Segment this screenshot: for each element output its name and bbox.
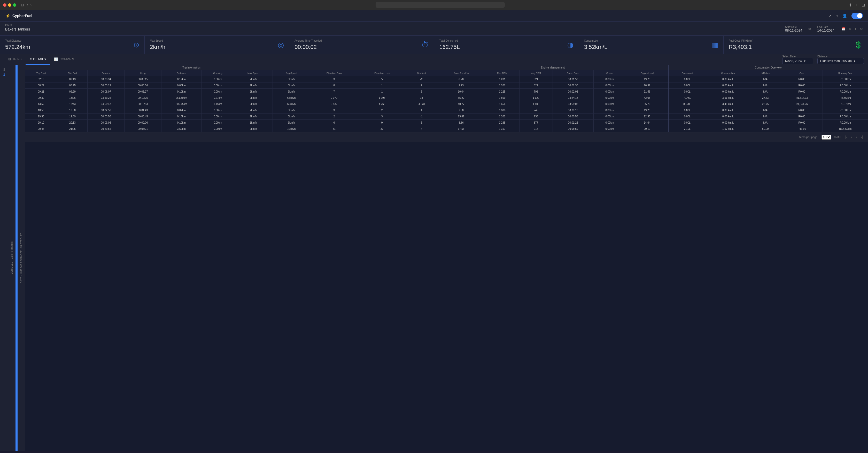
start-date-value: 08-11-2024 — [785, 28, 802, 32]
user-icon[interactable]: 👤 — [842, 13, 847, 18]
home-icon[interactable]: ⌂ — [835, 13, 838, 18]
logo-icon: ⚡ — [5, 13, 10, 18]
cell-1-6: 2km/h — [234, 83, 273, 89]
data-table-container[interactable]: Trip Information Engine Management Consu… — [25, 65, 868, 451]
cell-4-7: 66km/h — [273, 101, 310, 107]
maximize-button[interactable] — [13, 3, 16, 7]
table-row[interactable]: 09:2109:2900:08:0700:05:270.10km0.00km2k… — [25, 89, 868, 95]
table-row[interactable]: 18:5518:5800:02:5800:01:430.07km0.00km2k… — [25, 107, 868, 114]
browser-chrome: ⊟ ‹ › ⬆ + ⊡ — [0, 0, 868, 10]
col-running-cost: Running Cost — [823, 70, 868, 76]
table-row[interactable]: 08:2208:2500:03:2200:00:560.08km0.00km2k… — [25, 83, 868, 89]
new-tab-icon[interactable]: + — [856, 3, 858, 7]
cell-7-0: 20:10 — [25, 120, 57, 126]
cell-6-14: 00:00:58 — [553, 114, 593, 120]
table-row[interactable]: 20:4321:0500:21:5600:03:213.50km0.00km2k… — [25, 126, 868, 132]
sidebar-toggle-icon[interactable]: ⊟ — [21, 3, 24, 7]
cell-5-13: 745 — [520, 107, 553, 114]
cell-7-10: 6 — [406, 120, 437, 126]
cell-1-10: 7 — [406, 83, 437, 89]
cell-3-12: 1 509 — [485, 95, 519, 101]
metric-value-2: 00:00:02 — [294, 44, 322, 50]
col-engine-load: Engine Load — [626, 70, 669, 76]
calendar-icon[interactable]: 📅 — [842, 27, 845, 31]
col-gradient: Gradient — [406, 70, 437, 76]
table-row[interactable]: 13:5218:4304:50:4700:10:53306.75km1.15km… — [25, 101, 868, 107]
cell-7-12: 1 235 — [485, 120, 519, 126]
select-date-picker[interactable]: Nov 8, 2024 ▾ — [782, 58, 813, 64]
next-page-btn[interactable]: › — [855, 135, 858, 140]
cell-5-3: 00:01:43 — [125, 107, 161, 114]
distance-picker[interactable]: Hide less than 0.05 km ▾ — [817, 58, 864, 64]
cell-8-14: 00:05:59 — [553, 126, 593, 132]
col-elev-gain: Elevation Gain — [310, 70, 358, 76]
metric-card-4: Consumption 3.52km/L ▦ — [579, 36, 723, 54]
cell-0-9: 5 — [358, 76, 406, 83]
cell-2-8: 7 — [310, 89, 358, 95]
col-duration: Duration — [88, 70, 125, 76]
cell-2-15: 0.00km — [593, 89, 626, 95]
arrow-down-icon[interactable]: ⬇ — [3, 67, 6, 72]
cell-3-17: 72.45L — [668, 95, 706, 101]
browser-actions: ⬆ + ⊡ — [848, 3, 865, 7]
back-icon[interactable]: ‹ — [27, 3, 28, 7]
cell-1-12: 1 201 — [485, 83, 519, 89]
theme-toggle[interactable] — [851, 13, 863, 19]
table-row[interactable]: 09:3213:2603:53:2600:12:25261.30km0.27km… — [25, 95, 868, 101]
first-page-btn[interactable]: |‹ — [844, 135, 848, 140]
cell-2-18: 0.00 km/L — [706, 89, 750, 95]
cell-3-4: 261.30km — [161, 95, 202, 101]
cell-7-7: 3km/h — [273, 120, 310, 126]
windows-icon[interactable]: ⊡ — [862, 3, 865, 7]
cell-1-4: 0.08km — [161, 83, 202, 89]
share-icon[interactable]: ⬆ — [848, 3, 852, 7]
distance-text: Hide less than 0.05 km — [820, 59, 852, 63]
chevron-down-icon-2: ▾ — [854, 59, 855, 63]
cell-2-17: 0.00L — [668, 89, 706, 95]
cell-0-21: R0.00/km — [823, 76, 868, 83]
download-icon[interactable]: ⬇ — [854, 27, 857, 31]
col-trip-start: Trip Start — [25, 70, 57, 76]
cell-8-5: 0.00km — [202, 126, 234, 132]
address-bar[interactable] — [376, 2, 505, 8]
cell-7-1: 20:13 — [57, 120, 88, 126]
cell-4-16: 35.70 — [626, 101, 669, 107]
cell-5-5: 0.00km — [202, 107, 234, 114]
last-page-btn[interactable]: ›| — [860, 135, 864, 140]
blue-accent-bar — [16, 65, 18, 451]
table-row[interactable]: 02:1002:1300:03:3400:00:150.12km0.00km2k… — [25, 76, 868, 83]
tab-details[interactable]: ≡ DETAILS — [26, 54, 50, 65]
prev-page-btn[interactable]: ‹ — [850, 135, 853, 140]
page-count: 0 of 0 — [834, 136, 841, 139]
cell-8-18: 1.67 km/L — [706, 126, 750, 132]
cell-4-21: R6.07/km — [823, 101, 868, 107]
items-per-page-select[interactable]: 10 25 50 — [822, 135, 831, 140]
cell-4-20: R1,844.26 — [781, 101, 823, 107]
metric-icon-3: ◑ — [567, 40, 574, 49]
client-bar: Client Bakers Tankers Start Date 08-11-2… — [0, 22, 868, 36]
settings-icon[interactable]: ⚙ — [860, 27, 863, 31]
tab-compare[interactable]: 📊 COMPARE — [50, 54, 79, 65]
table-row[interactable]: 19:3519:3900:03:5000:00:450.16km0.00km2k… — [25, 114, 868, 120]
cell-0-17: 0.00L — [668, 76, 706, 83]
header-right: ↗ ⌂ 👤 — [828, 13, 863, 19]
forward-icon[interactable]: › — [30, 3, 32, 7]
vehicles-label: VEHICLES - Bakers Tankers — [10, 242, 13, 274]
cell-4-10: -1 631 — [406, 101, 437, 107]
metric-card-5: Fuel Cost (R5.95/km) R3,403.1 💲 — [723, 36, 868, 54]
cell-8-15: 0.00km — [593, 126, 626, 132]
cell-7-3: 00:00:00 — [125, 120, 161, 126]
col-max-rpm: Max RPM — [485, 70, 519, 76]
minimize-button[interactable] — [8, 3, 11, 7]
refresh-icon[interactable]: ↻ — [848, 27, 851, 31]
share-header-icon[interactable]: ↗ — [828, 13, 831, 18]
cell-8-8: 41 — [310, 126, 358, 132]
close-button[interactable] — [3, 3, 6, 7]
cell-4-8: 3 132 — [310, 101, 358, 107]
table-row[interactable]: 20:1020:1300:03:0500:00:000.10km0.00km1k… — [25, 120, 868, 126]
tab-trips[interactable]: ⊟ TRIPS — [4, 54, 26, 65]
arrow-down-icon-2[interactable]: ⬇ — [3, 73, 6, 77]
metric-label-1: Max Speed — [150, 39, 165, 42]
metric-label-0: Total Distance — [5, 39, 30, 42]
cell-8-6: 2km/h — [234, 126, 273, 132]
